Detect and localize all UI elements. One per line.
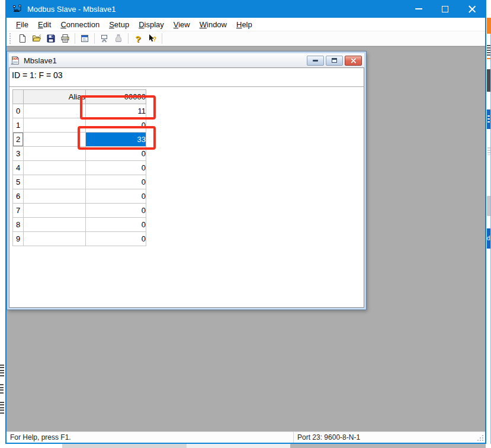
value-cell[interactable]: 0 (86, 232, 146, 246)
background-text-fragment (0, 365, 4, 376)
help-button[interactable]: ? (131, 33, 145, 45)
row-header[interactable]: 5 (13, 175, 24, 189)
display-definition-button[interactable] (78, 33, 92, 45)
child-content: ID = 1: F = 03 Alias 00000 0 11 (9, 67, 364, 308)
print-button[interactable] (58, 33, 72, 45)
resize-grip[interactable] (482, 440, 483, 441)
toolbar: ? ? (7, 31, 485, 46)
address-column-header[interactable]: 00000 (86, 90, 146, 104)
row-header[interactable]: 9 (13, 232, 24, 246)
new-button[interactable] (15, 33, 30, 45)
menu-edit[interactable]: Edit (33, 20, 56, 29)
minimize-icon (313, 60, 318, 62)
child-minimize-button[interactable] (307, 56, 324, 66)
restore-icon (332, 58, 337, 63)
app-icon (12, 4, 22, 14)
open-button[interactable] (30, 33, 44, 45)
value-cell[interactable]: 0 (86, 175, 146, 189)
communication-traffic-icon (114, 34, 123, 43)
value-cell[interactable]: 0 (86, 161, 146, 175)
table-row: 4 0 (13, 161, 146, 175)
open-folder-icon (32, 34, 41, 43)
table-row: 8 0 (13, 218, 146, 232)
menu-view[interactable]: View (169, 20, 195, 29)
menu-bar: File Edit Connection Setup Display View … (7, 18, 485, 31)
child-window-title: Mbslave1 (24, 56, 57, 65)
title-bar[interactable]: Modbus Slave - Mbslave1 (7, 0, 485, 18)
svg-text:?: ? (153, 36, 156, 43)
table-row: 0 11 (13, 104, 146, 118)
toolbar-grip[interactable] (9, 33, 12, 44)
maximize-icon (442, 6, 448, 12)
communication-button[interactable] (97, 33, 111, 45)
close-button[interactable] (458, 0, 485, 18)
row-header[interactable]: 8 (13, 218, 24, 232)
mdi-client-area: DOC Mbslave1 ID = 1: F = 03 (7, 46, 485, 431)
table-row: 6 0 (13, 189, 146, 204)
status-help-text: For Help, press F1. (7, 433, 293, 441)
value-cell[interactable]: 0 (86, 204, 146, 218)
slave-id-function-label: ID = 1: F = 03 (12, 70, 63, 80)
modbus-slave-window: Modbus Slave - Mbslave1 File Edit Connec… (5, 0, 486, 444)
menu-display[interactable]: Display (134, 20, 169, 29)
table-row: 1 0 (13, 118, 146, 133)
status-port-pane: Port 23: 9600-8-N-1 (293, 432, 485, 443)
status-bar: For Help, press F1. Port 23: 9600-8-N-1 (7, 431, 485, 443)
row-header[interactable]: 7 (13, 204, 24, 218)
background-text-fragment (0, 402, 4, 414)
menu-window[interactable]: Window (195, 20, 232, 29)
value-cell[interactable]: 0 (86, 147, 146, 161)
menu-help[interactable]: Help (232, 20, 257, 29)
row-header[interactable]: 3 (13, 147, 24, 161)
row-header[interactable]: 2 (13, 133, 24, 147)
context-help-button[interactable]: ? (145, 33, 159, 45)
child-title-bar[interactable]: DOC Mbslave1 (9, 53, 364, 67)
menu-file[interactable]: File (11, 20, 33, 29)
alias-cell[interactable] (24, 232, 86, 246)
mbslave1-child-window[interactable]: DOC Mbslave1 ID = 1: F = 03 (7, 51, 366, 310)
header-row: Alias 00000 (13, 90, 146, 104)
corner-header-cell[interactable] (13, 90, 24, 104)
register-grid: Alias 00000 0 11 1 0 (12, 89, 146, 246)
value-cell-selected[interactable]: 33 (86, 133, 146, 147)
window-title: Modbus Slave - Mbslave1 (27, 5, 116, 14)
alias-cell[interactable] (24, 147, 86, 161)
menu-setup[interactable]: Setup (104, 20, 134, 29)
toolbar-separator (128, 33, 129, 44)
value-cell[interactable]: 0 (86, 118, 146, 133)
row-header[interactable]: 6 (13, 189, 24, 204)
value-cell[interactable]: 0 (86, 218, 146, 232)
child-close-button[interactable] (345, 56, 362, 66)
minimize-icon (415, 8, 422, 9)
alias-cell[interactable] (24, 175, 86, 189)
row-header[interactable]: 0 (13, 104, 24, 118)
minimize-button[interactable] (405, 0, 432, 18)
save-button[interactable] (44, 33, 58, 45)
menu-connection[interactable]: Connection (56, 20, 104, 29)
alias-cell[interactable] (24, 161, 86, 175)
alias-column-header[interactable]: Alias (24, 90, 86, 104)
toolbar-separator (75, 33, 75, 44)
child-restore-button[interactable] (326, 56, 343, 66)
print-icon (60, 34, 70, 43)
alias-cell[interactable] (24, 133, 86, 147)
row-header[interactable]: 1 (13, 118, 24, 133)
new-document-icon (18, 34, 27, 43)
toolbar-separator (162, 33, 162, 44)
help-icon: ? (135, 34, 140, 43)
communication-icon (100, 34, 109, 43)
value-cell[interactable]: 0 (86, 189, 146, 204)
alias-cell[interactable] (24, 204, 86, 218)
alias-cell[interactable] (24, 189, 86, 204)
table-row: 7 0 (13, 204, 146, 218)
alias-cell[interactable] (24, 118, 86, 133)
table-row: 3 0 (13, 147, 146, 161)
alias-cell[interactable] (24, 104, 86, 118)
value-cell[interactable]: 11 (86, 104, 146, 118)
row-header[interactable]: 4 (13, 161, 24, 175)
communication-traffic-button[interactable] (111, 33, 126, 45)
taskbar-fragment (62, 444, 187, 448)
close-icon (468, 5, 476, 12)
alias-cell[interactable] (24, 218, 86, 232)
maximize-button[interactable] (432, 0, 458, 18)
